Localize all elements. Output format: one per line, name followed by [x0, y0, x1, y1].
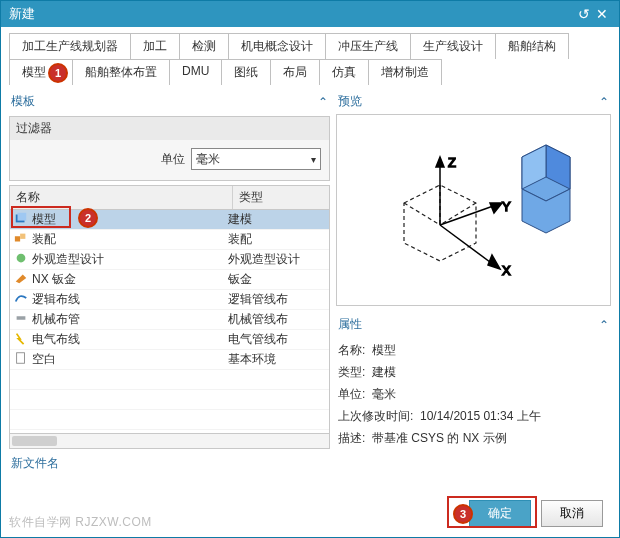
svg-line-22 — [440, 225, 494, 265]
row-type: 基本环境 — [224, 351, 276, 368]
routing-icon — [14, 291, 28, 308]
svg-point-4 — [17, 254, 26, 263]
table-row[interactable]: 空白基本环境 — [10, 350, 329, 370]
preview-image: Z Y X — [344, 115, 604, 305]
newfile-heading: 新文件名 — [9, 449, 611, 474]
main-split: 模板 ⌃ 过滤器 单位 毫米 ▾ 名称 — [9, 89, 611, 449]
table-row[interactable]: 外观造型设计外观造型设计 — [10, 250, 329, 270]
tab-line-design[interactable]: 生产线设计 — [410, 33, 496, 59]
chevron-down-icon: ▾ — [311, 154, 316, 165]
table-row[interactable]: 装配装配 — [10, 230, 329, 250]
table-row[interactable]: NX 钣金钣金 — [10, 270, 329, 290]
table-row[interactable]: 机械布管机械管线布 — [10, 310, 329, 330]
chevron-up-icon[interactable]: ⌃ — [318, 95, 328, 109]
row-name: 电气布线 — [32, 331, 80, 348]
svg-text:Y: Y — [502, 199, 511, 214]
row-name: 装配 — [32, 231, 56, 248]
svg-marker-20 — [490, 203, 502, 213]
filter-box: 过滤器 单位 毫米 ▾ — [9, 116, 330, 181]
svg-marker-5 — [16, 275, 27, 284]
tab-simulation[interactable]: 仿真 — [319, 59, 369, 85]
prop-name-label: 名称: — [338, 343, 365, 357]
properties-body: 名称: 模型 类型: 建模 单位: 毫米 上次修改时间: 10/14/2015 … — [336, 337, 611, 451]
tab-ship-structure[interactable]: 船舶结构 — [495, 33, 569, 59]
row-type: 电气管线布 — [224, 331, 288, 348]
preview-heading: 预览 ⌃ — [336, 89, 611, 114]
row-name: NX 钣金 — [32, 271, 76, 288]
svg-rect-2 — [15, 236, 20, 241]
callout-3: 3 — [453, 504, 473, 524]
titlebar: 新建 ↺ ✕ — [1, 1, 619, 27]
row-name: 空白 — [32, 351, 56, 368]
svg-marker-23 — [488, 255, 500, 269]
unit-select[interactable]: 毫米 ▾ — [191, 148, 321, 170]
row-type: 钣金 — [224, 271, 252, 288]
tab-model-label: 模型 — [22, 65, 46, 79]
dialog-window: 新建 ↺ ✕ 加工生产线规划器 加工 检测 机电概念设计 冲压生产线 生产线设计… — [0, 0, 620, 538]
table-row — [10, 370, 329, 390]
assembly-icon — [14, 231, 28, 248]
chevron-up-icon[interactable]: ⌃ — [599, 318, 609, 332]
templates-heading: 模板 ⌃ — [9, 89, 330, 114]
properties-heading: 属性 ⌃ — [336, 312, 611, 337]
templates-pane: 模板 ⌃ 过滤器 单位 毫米 ▾ 名称 — [9, 89, 330, 449]
template-grid[interactable]: 名称 类型 模型建模装配装配外观造型设计外观造型设计NX 钣金钣金逻辑布线逻辑管… — [9, 185, 330, 434]
prop-desc-label: 描述: — [338, 431, 365, 445]
table-row — [10, 390, 329, 410]
tab-line-planner[interactable]: 加工生产线规划器 — [9, 33, 131, 59]
callout-2: 2 — [78, 208, 98, 228]
svg-text:X: X — [502, 263, 511, 278]
shape-icon — [14, 251, 28, 268]
tab-additive[interactable]: 增材制造 — [368, 59, 442, 85]
table-row[interactable]: 电气布线电气管线布 — [10, 330, 329, 350]
reset-icon[interactable]: ↺ — [575, 6, 593, 22]
row-name: 机械布管 — [32, 311, 80, 328]
scroll-thumb[interactable] — [12, 436, 57, 446]
dialog-title: 新建 — [9, 5, 575, 23]
row-type: 外观造型设计 — [224, 251, 300, 268]
sheetmetal-icon — [14, 271, 28, 288]
grid-rows: 模型建模装配装配外观造型设计外观造型设计NX 钣金钣金逻辑布线逻辑管线布机械布管… — [10, 210, 329, 434]
prop-unit-value: 毫米 — [372, 387, 396, 401]
tab-dmu[interactable]: DMU — [169, 59, 222, 85]
callout-1: 1 — [48, 63, 68, 83]
tab-model[interactable]: 模型 1 — [9, 59, 73, 85]
callout-box-2 — [11, 206, 71, 228]
table-row[interactable]: 逻辑布线逻辑管线布 — [10, 290, 329, 310]
filter-title: 过滤器 — [10, 117, 329, 140]
row-name: 逻辑布线 — [32, 291, 80, 308]
close-icon[interactable]: ✕ — [593, 6, 611, 22]
unit-value: 毫米 — [196, 151, 220, 168]
tab-inspection[interactable]: 检测 — [179, 33, 229, 59]
h-scrollbar[interactable] — [9, 434, 330, 449]
row-type: 建模 — [224, 211, 252, 228]
svg-rect-6 — [17, 316, 26, 320]
table-row — [10, 410, 329, 430]
cancel-button[interactable]: 取消 — [541, 500, 603, 527]
watermark: 软件自学网 RJZXW.COM — [9, 514, 152, 531]
col-type[interactable]: 类型 — [233, 186, 269, 209]
row-name: 外观造型设计 — [32, 251, 104, 268]
row-type: 装配 — [224, 231, 252, 248]
tab-press-line[interactable]: 冲压生产线 — [325, 33, 411, 59]
prop-modified-value: 10/14/2015 01:34 上午 — [420, 409, 541, 423]
svg-marker-17 — [436, 157, 444, 167]
tab-machining[interactable]: 加工 — [130, 33, 180, 59]
chevron-up-icon[interactable]: ⌃ — [599, 95, 609, 109]
tabs-row-1: 加工生产线规划器 加工 检测 机电概念设计 冲压生产线 生产线设计 船舶结构 — [9, 33, 611, 59]
footer-buttons: 3 确定 取消 — [469, 500, 603, 527]
tab-ship-layout[interactable]: 船舶整体布置 — [72, 59, 170, 85]
prop-desc-value: 带基准 CSYS 的 NX 示例 — [372, 431, 507, 445]
tab-layout[interactable]: 布局 — [270, 59, 320, 85]
tab-drawing[interactable]: 图纸 — [221, 59, 271, 85]
row-type: 逻辑管线布 — [224, 291, 288, 308]
tabs-row-2: 模型 1 船舶整体布置 DMU 图纸 布局 仿真 增材制造 — [9, 59, 611, 85]
prop-unit-label: 单位: — [338, 387, 365, 401]
elec-icon — [14, 331, 28, 348]
row-type: 机械管线布 — [224, 311, 288, 328]
mech-icon — [14, 311, 28, 328]
tab-mechatronics[interactable]: 机电概念设计 — [228, 33, 326, 59]
prop-name-value: 模型 — [372, 343, 396, 357]
svg-line-14 — [404, 203, 440, 225]
unit-label: 单位 — [161, 151, 185, 168]
